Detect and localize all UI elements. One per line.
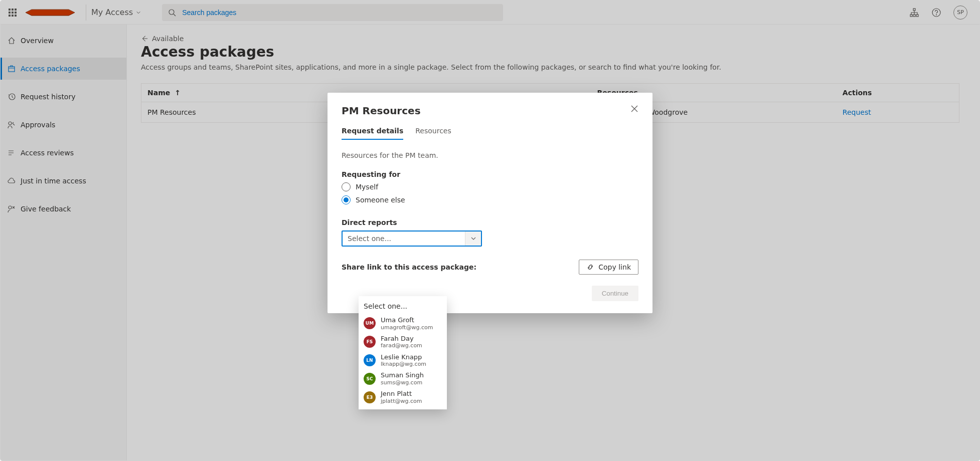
persona-coin: FS: [364, 336, 376, 348]
close-icon[interactable]: [630, 105, 638, 113]
combo-chevron[interactable]: [465, 232, 481, 246]
tab-resources[interactable]: Resources: [415, 127, 451, 140]
radio-myself[interactable]: Myself: [342, 182, 638, 191]
persona-coin: SC: [364, 373, 376, 385]
direct-reports-label: Direct reports: [342, 218, 638, 226]
dropdown-person[interactable]: FSFarah Dayfarad@wg.com: [359, 333, 447, 351]
person-email: umagroft@wg.com: [381, 324, 433, 331]
continue-button: Continue: [592, 286, 638, 301]
modal-tabs: Request details Resources: [342, 127, 638, 140]
persona-coin: E3: [364, 391, 376, 403]
person-name: Suman Singh: [381, 371, 424, 379]
radio-icon: [342, 195, 351, 204]
person-email: jplatt@wg.com: [381, 398, 422, 404]
link-icon: [586, 263, 594, 271]
share-label: Share link to this access package:: [342, 263, 476, 271]
direct-reports-combo[interactable]: Select one...: [342, 231, 482, 247]
radio-icon: [342, 182, 351, 191]
person-name: Farah Day: [381, 335, 422, 343]
request-modal: PM Resources Request details Resources R…: [328, 93, 652, 313]
direct-reports-dropdown: Select one... UMUma Groftumagroft@wg.com…: [359, 296, 447, 409]
tab-request-details[interactable]: Request details: [342, 127, 403, 140]
person-name: Uma Groft: [381, 316, 433, 324]
persona-coin: LN: [364, 354, 376, 366]
person-email: farad@wg.com: [381, 342, 422, 349]
chevron-down-icon: [470, 236, 476, 242]
modal-description: Resources for the PM team.: [342, 151, 638, 159]
person-email: lknapp@wg.com: [381, 361, 426, 367]
dropdown-person[interactable]: SCSuman Singhsums@wg.com: [359, 369, 447, 388]
person-name: Jenn Platt: [381, 390, 422, 398]
dropdown-header[interactable]: Select one...: [359, 298, 447, 314]
requesting-for-label: Requesting for: [342, 170, 638, 178]
person-email: sums@wg.com: [381, 379, 424, 386]
radio-someone-else[interactable]: Someone else: [342, 195, 638, 204]
persona-coin: UM: [364, 317, 376, 329]
dropdown-person[interactable]: LNLeslie Knapplknapp@wg.com: [359, 351, 447, 370]
modal-title: PM Resources: [342, 105, 421, 117]
dropdown-person[interactable]: E3Jenn Plattjplatt@wg.com: [359, 388, 447, 406]
dropdown-person[interactable]: UMUma Groftumagroft@wg.com: [359, 314, 447, 333]
person-name: Leslie Knapp: [381, 353, 426, 361]
combo-placeholder: Select one...: [343, 232, 465, 246]
copy-link-button[interactable]: Copy link: [579, 260, 638, 275]
